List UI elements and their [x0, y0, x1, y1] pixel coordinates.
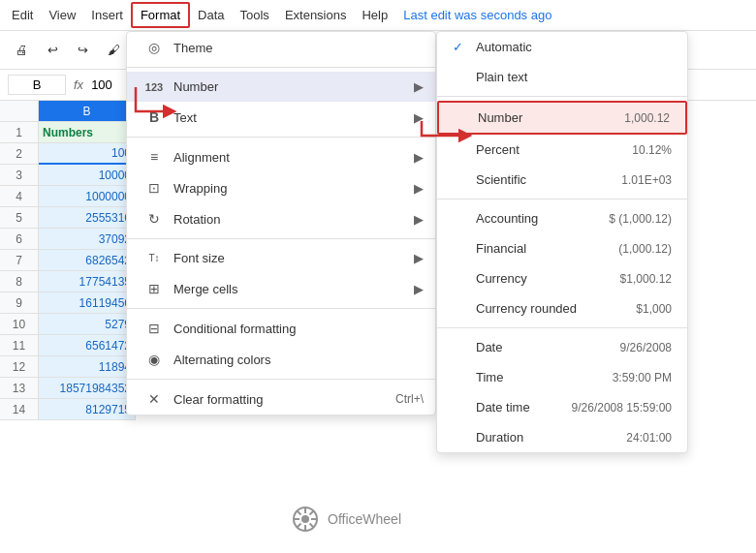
accounting-label: Accounting — [476, 211, 538, 226]
theme-icon: ◎ — [142, 40, 166, 55]
check-icon: ✓ — [453, 40, 468, 54]
menu-item-theme[interactable]: ◎ Theme — [127, 32, 435, 63]
menu-help[interactable]: Help — [354, 4, 395, 26]
menu-tools[interactable]: Tools — [233, 4, 277, 26]
submenu-item-automatic[interactable]: ✓ Automatic — [437, 32, 687, 62]
alignment-arrow-icon: ▶ — [414, 150, 424, 165]
rotation-icon: ↻ — [142, 211, 166, 227]
menu-divider-4 — [127, 308, 435, 309]
row-num-14: 14 — [0, 399, 39, 420]
submenu-item-duration[interactable]: Duration 24:01:00 — [437, 422, 687, 452]
undo-button[interactable]: ↩ — [40, 39, 66, 61]
menu-view[interactable]: View — [41, 4, 83, 26]
row-num-1: 1 — [0, 122, 39, 143]
row-num-7: 7 — [0, 250, 39, 271]
submenu-item-plaintext[interactable]: Plain text — [437, 62, 687, 92]
text-icon: B — [142, 109, 166, 125]
accounting-value: $ (1,000.12) — [609, 212, 672, 226]
menu-item-merge-label: Merge cells — [173, 282, 237, 296]
cell-b8[interactable]: 17754135 — [39, 271, 136, 292]
cell-b10[interactable]: 5279 — [39, 314, 136, 335]
submenu-item-datetime[interactable]: Date time 9/26/2008 15:59:00 — [437, 392, 687, 422]
menu-item-clear[interactable]: ✕ Clear formatting Ctrl+\ — [127, 384, 435, 415]
cell-b5[interactable]: 2555316 — [39, 207, 136, 229]
watermark-area: OfficeWheel — [291, 505, 401, 534]
col-b-header[interactable]: B — [39, 101, 136, 122]
number-format-label: Number — [478, 110, 522, 125]
submenu-item-number[interactable]: Number 1,000.12 — [437, 101, 687, 135]
menu-item-conditional-label: Conditional formatting — [173, 322, 296, 336]
cell-b2[interactable]: 100 — [39, 143, 136, 165]
menu-data[interactable]: Data — [190, 4, 232, 26]
svg-line-8 — [298, 511, 301, 515]
menu-item-alignment[interactable]: ≡ Alignment ▶ — [127, 141, 435, 172]
currency-value: $1,000.12 — [620, 272, 672, 286]
time-label: Time — [476, 370, 503, 384]
merge-icon: ⊞ — [142, 281, 166, 296]
submenu-divider-1 — [437, 96, 687, 97]
submenu-item-financial[interactable]: Financial (1,000.12) — [437, 233, 687, 263]
menu-item-rotation-label: Rotation — [173, 212, 220, 227]
menu-item-conditional[interactable]: ⊟ Conditional formatting — [127, 313, 435, 344]
cell-b14[interactable]: 8129715 — [39, 399, 136, 420]
row-8: 8 17754135 — [0, 271, 136, 292]
menu-insert[interactable]: Insert — [83, 4, 131, 26]
submenu-item-scientific[interactable]: Scientific 1.01E+03 — [437, 165, 687, 195]
cell-b9[interactable]: 16119456 — [39, 292, 136, 314]
number-submenu: ✓ Automatic Plain text Number 1,000.12 P… — [436, 31, 688, 453]
menu-item-fontsize[interactable]: T↕ Font size ▶ — [127, 243, 435, 273]
last-edit-indicator: Last edit was seconds ago — [395, 4, 559, 26]
menu-format[interactable]: Format — [131, 2, 190, 28]
number-icon: 123 — [142, 81, 166, 93]
menu-item-merge[interactable]: ⊞ Merge cells ▶ — [127, 273, 435, 304]
paint-format-button[interactable]: 🖌 — [100, 39, 128, 61]
wrapping-icon: ⊡ — [142, 180, 166, 196]
menu-extensions[interactable]: Extensions — [277, 4, 355, 26]
scientific-label-group: Scientific — [453, 172, 526, 187]
row-num-10: 10 — [0, 314, 39, 335]
menu-item-theme-label: Theme — [173, 41, 212, 55]
cell-b1[interactable]: Numbers — [39, 122, 136, 143]
date-label-group: Date — [453, 340, 502, 354]
redo-button[interactable]: ↪ — [70, 39, 96, 61]
row-num-4: 4 — [0, 186, 39, 207]
rotation-arrow-icon: ▶ — [414, 212, 424, 227]
menubar: Edit View Insert Format Data Tools Exten… — [0, 0, 756, 31]
clear-icon: ✕ — [142, 391, 166, 407]
cell-b12[interactable]: 11894 — [39, 356, 136, 378]
menu-item-clear-label: Clear formatting — [173, 392, 263, 407]
menu-item-text[interactable]: B Text ▶ — [127, 102, 435, 133]
submenu-item-currency[interactable]: Currency $1,000.12 — [437, 263, 687, 293]
cell-b6[interactable]: 37092 — [39, 229, 136, 250]
menu-item-alternating[interactable]: ◉ Alternating colors — [127, 344, 435, 375]
alternating-icon: ◉ — [142, 352, 166, 367]
currency-rounded-label: Currency rounded — [476, 301, 577, 316]
cell-b7[interactable]: 6826542 — [39, 250, 136, 271]
row-num-12: 12 — [0, 356, 39, 378]
menu-item-number[interactable]: 123 Number ▶ — [127, 72, 435, 102]
cell-b4[interactable]: 1000000 — [39, 186, 136, 207]
print-button[interactable]: 🖨 — [8, 39, 36, 61]
cell-b13[interactable]: 18571984352 — [39, 378, 136, 399]
submenu-item-percent[interactable]: Percent 10.12% — [437, 135, 687, 165]
svg-line-10 — [310, 511, 314, 515]
cell-reference-input[interactable] — [8, 75, 66, 95]
datetime-label-group: Date time — [453, 400, 530, 415]
menu-edit[interactable]: Edit — [4, 4, 41, 26]
currency-label: Currency — [476, 271, 527, 286]
text-arrow-icon: ▶ — [414, 110, 424, 125]
clear-shortcut: Ctrl+\ — [395, 392, 424, 406]
menu-item-wrapping[interactable]: ⊡ Wrapping ▶ — [127, 172, 435, 203]
currency-rounded-label-group: Currency rounded — [453, 301, 577, 316]
menu-item-text-label: Text — [173, 110, 197, 125]
menu-divider-5 — [127, 379, 435, 380]
submenu-item-date[interactable]: Date 9/26/2008 — [437, 332, 687, 362]
submenu-item-currency-rounded[interactable]: Currency rounded $1,000 — [437, 293, 687, 323]
cell-b11[interactable]: 6561472 — [39, 335, 136, 356]
submenu-item-time[interactable]: Time 3:59:00 PM — [437, 362, 687, 392]
menu-item-rotation[interactable]: ↻ Rotation ▶ — [127, 203, 435, 234]
scientific-label: Scientific — [476, 172, 526, 187]
submenu-divider-2 — [437, 199, 687, 200]
submenu-item-accounting[interactable]: Accounting $ (1,000.12) — [437, 203, 687, 233]
cell-b3[interactable]: 10000 — [39, 165, 136, 186]
